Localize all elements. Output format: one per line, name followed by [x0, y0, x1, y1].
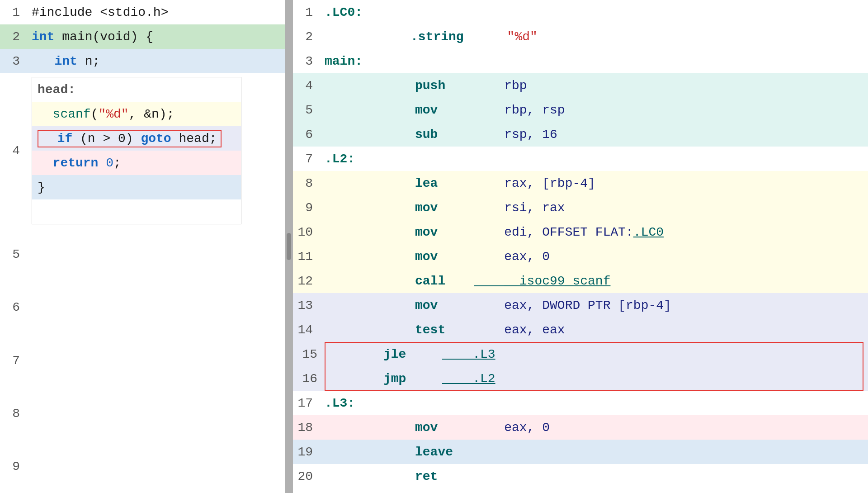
line-content: #include <stdio.h>: [27, 0, 285, 24]
inner-line-6: if (n > 0) goto head;: [32, 126, 241, 151]
line-content: test eax, eax: [320, 319, 868, 341]
right-line-5: 5 mov rbp, rsp: [293, 98, 868, 122]
right-line-2: 2 .string "%d": [293, 24, 868, 49]
line-content: .string "%d": [320, 26, 868, 47]
right-line-10: 10 mov edi, OFFSET FLAT:.LC0: [293, 220, 868, 244]
line-content: int main(void) {: [27, 24, 285, 49]
line-number: 3: [0, 49, 27, 73]
right-line-15-16-container: 15 jle .L3 16 jmp .L2: [293, 342, 868, 391]
line-number: 19: [293, 445, 320, 459]
line-content: mov edi, OFFSET FLAT:.LC0: [320, 222, 868, 243]
line-number: 5: [293, 103, 320, 117]
right-line-15: 15 jle .L3: [293, 342, 868, 366]
line-number: 1: [0, 0, 27, 24]
line-content: .LC0:: [320, 2, 868, 23]
right-panel: 1 .LC0: 2 .string "%d" 3 main: 4 push rb…: [293, 0, 868, 493]
inner-line-5: scanf("%d", &n);: [32, 102, 241, 126]
line-content: mov rbp, rsp: [320, 100, 868, 121]
right-line-8: 8 lea rax, [rbp-4]: [293, 171, 868, 195]
left-line-3: 3 int n;: [0, 49, 285, 73]
line-number: 20: [293, 469, 320, 484]
line-content: sub rsp, 16: [320, 124, 868, 145]
line-number: 18: [293, 421, 320, 435]
line-number: 6: [293, 128, 320, 142]
right-line-14: 14 test eax, eax: [293, 318, 868, 342]
line-number: 7: [293, 152, 320, 166]
right-line-13: 13 mov eax, DWORD PTR [rbp-4]: [293, 293, 868, 318]
right-line-3: 3 main:: [293, 49, 868, 73]
line-number: 2: [293, 30, 320, 44]
line-content: mov eax, DWORD PTR [rbp-4]: [320, 295, 868, 316]
line-content: .L2:: [320, 148, 868, 170]
line-number: 11: [293, 250, 320, 264]
line-number: 15: [297, 347, 325, 361]
panel-divider: [285, 0, 293, 493]
line-content: ret: [320, 466, 868, 487]
line-content: mov eax, 0: [320, 417, 868, 438]
right-line-20: 20 ret: [293, 464, 868, 488]
inner-line-9: [32, 199, 241, 224]
line-content: push rbp: [320, 75, 868, 96]
right-line-11: 11 mov eax, 0: [293, 244, 868, 269]
line-number: 10: [293, 225, 320, 239]
right-line-16: 16 jmp .L2: [293, 366, 868, 391]
line-number-filler: 8: [0, 407, 27, 421]
right-line-19: 19 leave: [293, 440, 868, 464]
inner-line-8: }: [32, 175, 241, 199]
left-panel: 1 #include <stdio.h> 2 int main(void) { …: [0, 0, 285, 493]
right-line-17: 17 .L3:: [293, 391, 868, 415]
inner-line-7: return 0;: [32, 151, 241, 175]
right-line-1: 1 .LC0:: [293, 0, 868, 24]
left-line-4: 4 head: scanf("%d", &n); if: [0, 73, 285, 228]
left-line-1: 1 #include <stdio.h>: [0, 0, 285, 24]
line-content: mov eax, 0: [320, 246, 868, 267]
line-content: int n;: [27, 49, 285, 73]
line-number: 3: [293, 54, 320, 68]
line-number: 13: [293, 299, 320, 313]
line-number-filler: 5: [0, 247, 27, 261]
left-line-2: 2 int main(void) {: [0, 24, 285, 49]
line-number: 1: [293, 5, 320, 19]
line-number: 12: [293, 274, 320, 288]
line-number: 9: [293, 201, 320, 215]
right-line-18: 18 mov eax, 0: [293, 415, 868, 440]
line-number-filler: 7: [0, 354, 27, 368]
line-content: mov rsi, rax: [320, 197, 868, 218]
line-number: 2: [0, 24, 27, 49]
right-line-7: 7 .L2:: [293, 147, 868, 171]
line-number: 16: [297, 372, 325, 386]
line-content: lea rax, [rbp-4]: [320, 173, 868, 194]
line-number: 4: [293, 79, 320, 93]
right-line-4: 4 push rbp: [293, 73, 868, 98]
line-content: call __isoc99_scanf: [320, 270, 868, 292]
line-content: .L3:: [320, 393, 868, 414]
line-content: main:: [320, 51, 868, 72]
line-content: leave: [320, 441, 868, 463]
line-number: 17: [293, 396, 320, 410]
right-line-12: 12 call __isoc99_scanf: [293, 269, 868, 293]
line-number-filler: 6: [0, 300, 27, 314]
right-line-9: 9 mov rsi, rax: [293, 195, 868, 220]
line-number-filler: 9: [0, 460, 27, 474]
line-number: 4: [0, 73, 27, 228]
line-number: 8: [293, 176, 320, 190]
line-content: head: scanf("%d", &n); if (n > 0): [27, 73, 285, 228]
line-number: 14: [293, 323, 320, 337]
right-line-6: 6 sub rsp, 16: [293, 122, 868, 147]
